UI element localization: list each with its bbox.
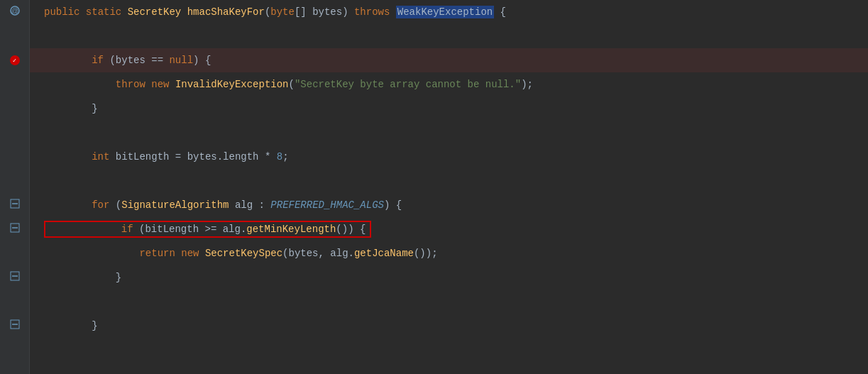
code-token: int	[92, 151, 109, 163]
code-token: WeakKeyException	[396, 6, 494, 18]
code-line	[30, 169, 868, 193]
code-token: if	[92, 55, 104, 66]
code-token: alg	[235, 199, 253, 211]
code-token: *	[259, 151, 277, 163]
code-token	[121, 6, 127, 18]
gutter-row	[0, 265, 29, 290]
code-token: new	[151, 79, 169, 90]
code-token	[44, 151, 92, 163]
code-token: new	[181, 248, 199, 259]
fold-icon[interactable]	[10, 271, 20, 284]
code-token: ) {	[193, 55, 211, 66]
code-token: bytes	[312, 6, 342, 18]
code-token: throws	[354, 6, 390, 18]
code-line: public static SecretKey hmacShaKeyFor(by…	[30, 0, 868, 24]
code-token: ) {	[384, 199, 402, 211]
code-token: .	[348, 248, 354, 259]
code-token: null	[169, 55, 193, 66]
gutter-row	[0, 121, 29, 145]
code-line: }	[30, 97, 868, 121]
code-token: 8	[277, 151, 282, 163]
gutter-row	[0, 145, 29, 169]
code-token: bytes	[116, 55, 145, 66]
code-token: )	[342, 6, 354, 18]
code-token: getJcaName	[354, 248, 414, 259]
code-line: }	[30, 314, 868, 338]
gutter-row: ✓	[0, 48, 29, 72]
code-line: }	[30, 265, 868, 290]
code-token: bytes	[187, 151, 217, 163]
code-token	[145, 79, 151, 90]
code-line: for (SignatureAlgorithm alg : PREFERRED_…	[30, 193, 868, 217]
gutter-row	[0, 241, 29, 265]
code-editor: @ ✓ public static SecretKey hmacShaKeyFo…	[0, 0, 868, 374]
code-token: }	[44, 320, 98, 331]
highlighted-code-box: if (bitLength >= alg.getMinKeyLength()) …	[44, 221, 371, 238]
code-token: []	[295, 6, 312, 18]
code-token: :	[253, 199, 270, 211]
code-token: length	[223, 151, 258, 163]
gutter-row: @	[0, 0, 29, 24]
code-token: .	[217, 151, 223, 163]
gutter-row	[0, 24, 29, 48]
code-line	[30, 24, 868, 48]
code-token: return	[139, 248, 175, 259]
code-token	[109, 151, 115, 163]
code-token: hmacShaKeyFor	[187, 6, 265, 18]
code-token: }	[44, 272, 121, 283]
code-token	[79, 6, 85, 18]
code-token	[175, 248, 181, 259]
code-line: int bitLength = bytes.length * 8;	[30, 145, 868, 169]
code-token: alg	[330, 248, 348, 259]
code-token	[44, 79, 116, 90]
gutter-row	[0, 314, 29, 338]
code-token: (	[109, 199, 121, 211]
gutter-row	[0, 169, 29, 193]
code-token	[44, 248, 139, 259]
code-token: =	[169, 151, 187, 163]
code-token: );	[521, 79, 533, 90]
code-token: }	[44, 103, 98, 114]
gutter-row	[0, 290, 29, 314]
code-token	[390, 6, 395, 18]
svg-text:@: @	[11, 7, 18, 15]
code-token: "SecretKey byte array cannot be null."	[295, 79, 521, 90]
code-token: SignatureAlgorithm	[121, 199, 229, 211]
code-token: bitLength	[116, 151, 170, 163]
code-token	[229, 199, 234, 211]
code-token: ==	[145, 55, 170, 66]
code-line	[30, 121, 868, 145]
code-token: ,	[319, 248, 331, 259]
code-line: throw new InvalidKeyException("SecretKey…	[30, 72, 868, 97]
code-token: (	[265, 6, 270, 18]
code-token: PREFERRED_HMAC_ALGS	[270, 199, 384, 211]
code-token	[181, 6, 187, 18]
code-line: if (bytes == null) {	[30, 48, 868, 72]
code-token: throw	[116, 79, 145, 90]
code-token	[169, 79, 175, 90]
gutter-row	[0, 97, 29, 121]
code-token: ());	[414, 248, 438, 259]
gutter-row	[0, 217, 29, 241]
code-area[interactable]: public static SecretKey hmacShaKeyFor(by…	[30, 0, 868, 374]
fold-icon[interactable]	[10, 199, 20, 211]
fold-icon[interactable]	[10, 319, 20, 332]
code-token: static	[86, 6, 121, 18]
code-token: {	[494, 6, 506, 18]
gutter-row	[0, 193, 29, 217]
code-token: (	[104, 55, 116, 66]
code-token: for	[92, 199, 109, 211]
code-token: public	[44, 6, 79, 18]
code-token	[199, 248, 204, 259]
editor-gutter: @ ✓	[0, 0, 30, 374]
code-token	[44, 199, 92, 211]
code-token: InvalidKeyException	[175, 79, 289, 90]
code-line: if (bitLength >= alg.getMinKeyLength()) …	[30, 217, 868, 241]
code-token: (	[289, 79, 295, 90]
fold-icon[interactable]	[10, 223, 20, 236]
code-line: return new SecretKeySpec(bytes, alg.getJ…	[30, 241, 868, 265]
breakpoint-icon[interactable]: ✓	[10, 55, 20, 65]
code-token: SecretKeySpec	[205, 248, 282, 259]
code-token: bytes	[289, 248, 319, 259]
code-token: byte	[270, 6, 295, 18]
